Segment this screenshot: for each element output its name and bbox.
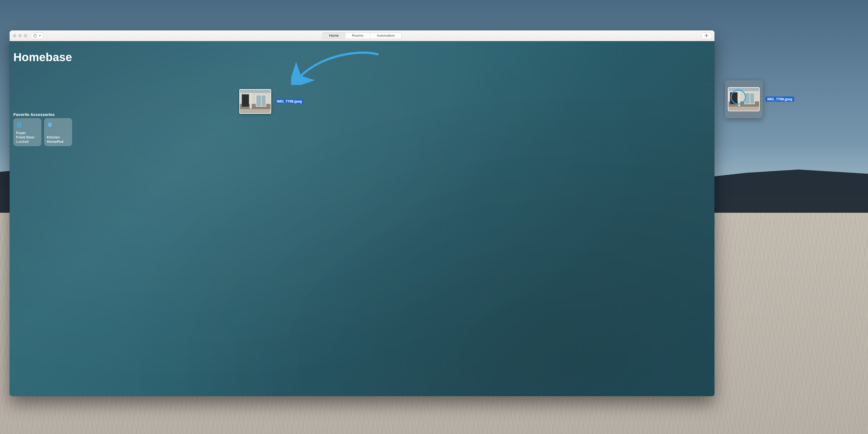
dragged-file-thumbnail: [239, 89, 271, 114]
accessory-room: Foyer: [16, 131, 39, 135]
window-titlebar: Home Rooms Automation: [9, 30, 714, 41]
home-title: Homebase: [13, 51, 72, 64]
accessory-tile-front-door[interactable]: Foyer Front Door Locked: [13, 118, 41, 146]
accessory-name: Front Door: [16, 135, 39, 140]
view-segmented-control: Home Rooms Automation: [322, 32, 402, 39]
accessory-labels: Foyer Front Door Locked: [16, 131, 39, 144]
dragged-file-proxy[interactable]: IMG_7788.jpeg: [239, 89, 304, 114]
desktop-file-thumbnail: [728, 88, 759, 111]
accessory-status: Locked: [16, 140, 39, 144]
accessory-name: HomePod: [47, 140, 69, 144]
dragged-file-name: IMG_7788.jpeg: [275, 99, 304, 104]
svg-rect-1: [19, 125, 20, 126]
add-button[interactable]: [701, 32, 712, 39]
chevron-down-icon: [39, 34, 41, 37]
tab-home[interactable]: Home: [322, 33, 345, 39]
favorites-header: Favorite Accessories: [13, 112, 55, 117]
house-icon: [33, 34, 37, 37]
minimize-window-button[interactable]: [19, 34, 22, 37]
favorite-accessories: Foyer Front Door Locked Kitchen HomePod: [13, 118, 72, 146]
desktop-file[interactable]: IMG_7788.jpeg: [725, 80, 794, 118]
tab-rooms[interactable]: Rooms: [345, 33, 370, 39]
traffic-lights: [13, 34, 27, 37]
svg-point-2: [49, 122, 51, 123]
window-body: Homebase Favorite Accessories Foyer Fron…: [9, 41, 714, 396]
photo-preview: [728, 88, 759, 111]
tab-automation[interactable]: Automation: [370, 33, 401, 39]
plus-icon: [705, 34, 708, 37]
accessory-room: Kitchen: [47, 135, 69, 140]
lock-icon: [16, 121, 39, 128]
accessory-tile-homepod[interactable]: Kitchen HomePod: [44, 118, 72, 146]
homepod-icon: [47, 121, 69, 128]
home-picker-dropdown[interactable]: [31, 32, 43, 39]
close-window-button[interactable]: [13, 34, 16, 37]
photo-preview: [240, 90, 271, 113]
home-app-window: Home Rooms Automation Homebase Favorite …: [9, 30, 714, 396]
accessory-labels: Kitchen HomePod: [47, 135, 69, 144]
desktop-file-name: IMG_7788.jpeg: [766, 96, 794, 102]
zoom-window-button[interactable]: [24, 34, 27, 37]
desktop-file-frame: [725, 80, 763, 118]
